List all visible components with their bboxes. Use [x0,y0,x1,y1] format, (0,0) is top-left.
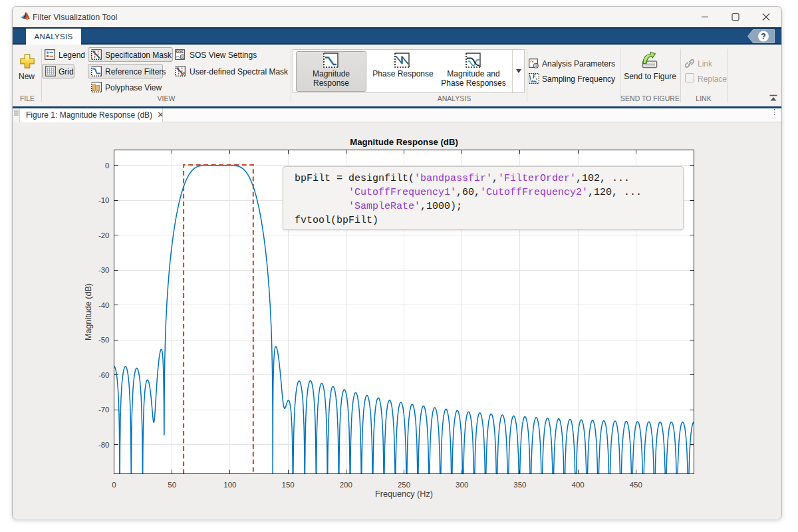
svg-text:SOS: SOS [176,50,184,54]
svg-text:?: ? [761,32,765,41]
